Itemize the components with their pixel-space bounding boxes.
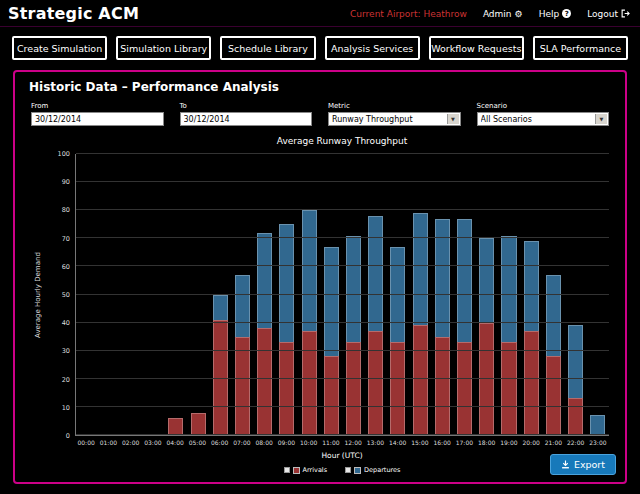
bar-departures-18:00 <box>479 238 494 322</box>
export-button[interactable]: Export <box>550 454 616 475</box>
throughput-chart: Average Runway Throughput Average Hourly… <box>31 136 609 476</box>
main-nav: Create Simulation Simulation Library Sch… <box>0 27 640 68</box>
gridline <box>76 406 609 407</box>
bar-column-12:00 <box>342 154 364 435</box>
bar-departures-12:00 <box>346 236 361 343</box>
bar-stack <box>80 154 95 435</box>
bar-column-13:00 <box>365 154 387 435</box>
logout-link[interactable]: Logout <box>587 9 630 19</box>
chart-title: Average Runway Throughput <box>75 136 609 146</box>
scenario-select[interactable]: All Scenarios ▼ <box>477 112 610 126</box>
bar-column-04:00 <box>165 154 187 435</box>
bar-column-10:00 <box>298 154 320 435</box>
x-tick-label: 07:00 <box>231 439 253 446</box>
x-tick-label: 10:00 <box>298 439 320 446</box>
bar-departures-10:00 <box>302 210 317 331</box>
scenario-select-value: All Scenarios <box>481 115 532 124</box>
metric-select[interactable]: Runway Throughput ▼ <box>328 112 461 126</box>
bar-column-19:00 <box>498 154 520 435</box>
bar-arrivals-20:00 <box>524 331 539 435</box>
bar-column-22:00 <box>564 154 586 435</box>
bar-stack <box>213 154 228 435</box>
bar-column-15:00 <box>409 154 431 435</box>
bar-arrivals-16:00 <box>435 337 450 435</box>
bar-departures-13:00 <box>368 216 383 331</box>
filter-to: To <box>180 102 313 126</box>
bar-departures-21:00 <box>546 275 561 356</box>
x-tick-label: 22:00 <box>565 439 587 446</box>
bar-arrivals-15:00 <box>413 325 428 435</box>
filter-metric: Metric Runway Throughput ▼ <box>328 102 461 126</box>
bar-departures-22:00 <box>568 325 583 398</box>
bar-column-20:00 <box>520 154 542 435</box>
bar-column-00:00 <box>76 154 98 435</box>
x-tick-label: 11:00 <box>320 439 342 446</box>
help-link[interactable]: Help ? <box>539 9 572 19</box>
workflow-requests-button[interactable]: Workflow Requests <box>429 36 524 60</box>
from-date-input[interactable] <box>31 112 164 126</box>
chevron-down-icon: ▼ <box>447 114 459 124</box>
sla-performance-button[interactable]: SLA Performance <box>533 36 628 60</box>
bar-column-02:00 <box>120 154 142 435</box>
logout-icon <box>621 9 630 18</box>
x-tick-label: 17:00 <box>453 439 475 446</box>
chevron-down-icon: ▼ <box>595 114 607 124</box>
bar-column-01:00 <box>98 154 120 435</box>
bar-stack <box>279 154 294 435</box>
bar-departures-11:00 <box>324 247 339 357</box>
download-icon <box>561 460 570 469</box>
bar-departures-08:00 <box>257 233 272 329</box>
to-label: To <box>180 102 313 110</box>
y-axis-label: Average Hourly Demand <box>31 154 45 436</box>
help-icon: ? <box>562 9 571 18</box>
bar-column-14:00 <box>387 154 409 435</box>
x-axis-label: Hour (UTC) <box>75 446 609 460</box>
bar-stack <box>413 154 428 435</box>
bar-stack <box>191 154 206 435</box>
simulation-library-button[interactable]: Simulation Library <box>116 36 211 60</box>
to-date-input[interactable] <box>180 112 313 126</box>
bar-arrivals-08:00 <box>257 328 272 435</box>
bar-stack <box>235 154 250 435</box>
y-tick-label: 80 <box>62 206 70 214</box>
legend-swatch-departures <box>354 467 361 474</box>
legend-item-departures[interactable]: Departures <box>345 466 400 474</box>
legend-item-arrivals[interactable]: Arrivals <box>284 466 328 474</box>
y-tick-label: 90 <box>62 178 70 186</box>
x-tick-label: 21:00 <box>542 439 564 446</box>
gridline <box>76 181 609 182</box>
bar-column-18:00 <box>476 154 498 435</box>
legend-checkbox[interactable] <box>345 467 351 473</box>
bar-arrivals-21:00 <box>546 356 561 435</box>
schedule-library-button[interactable]: Schedule Library <box>220 36 315 60</box>
current-airport-label[interactable]: Current Airport: Heathrow <box>350 9 467 19</box>
analysis-services-button[interactable]: Analysis Services <box>325 36 420 60</box>
bar-arrivals-12:00 <box>346 342 361 435</box>
bar-arrivals-17:00 <box>457 342 472 435</box>
bar-stack <box>346 154 361 435</box>
filter-from: From <box>31 102 164 126</box>
x-tick-label: 02:00 <box>120 439 142 446</box>
bar-stack <box>568 154 583 435</box>
filter-bar: From To Metric Runway Throughput ▼ Scena… <box>31 102 609 126</box>
bar-column-09:00 <box>276 154 298 435</box>
x-tick-label: 15:00 <box>409 439 431 446</box>
bar-departures-14:00 <box>390 247 405 343</box>
gridline <box>76 434 609 435</box>
bar-column-11:00 <box>320 154 342 435</box>
admin-menu[interactable]: Admin ⚙ <box>483 9 523 19</box>
export-label: Export <box>574 459 605 470</box>
x-tick-label: 08:00 <box>253 439 275 446</box>
x-tick-label: 03:00 <box>142 439 164 446</box>
plot-area <box>75 154 609 436</box>
bar-departures-15:00 <box>413 213 428 325</box>
gridline <box>76 322 609 323</box>
create-simulation-button[interactable]: Create Simulation <box>12 36 107 60</box>
bar-stack <box>590 154 605 435</box>
bar-arrivals-13:00 <box>368 331 383 435</box>
bar-column-16:00 <box>431 154 453 435</box>
from-label: From <box>31 102 164 110</box>
top-bar: Strategic ACM Current Airport: Heathrow … <box>0 0 640 27</box>
legend-checkbox[interactable] <box>284 467 290 473</box>
metric-label: Metric <box>328 102 461 110</box>
